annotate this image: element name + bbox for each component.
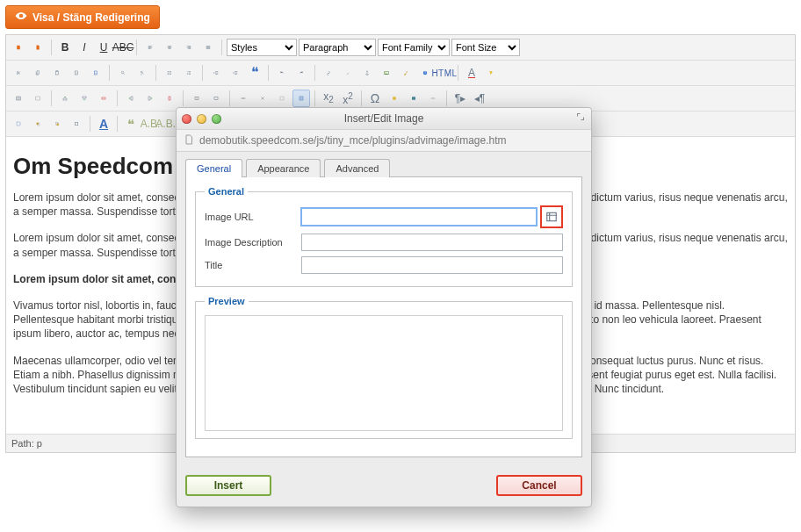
row-after-button[interactable] [76,90,93,107]
cleanup-button[interactable] [397,64,415,82]
italic-button[interactable]: I [76,39,93,56]
rtl-button[interactable]: ◂¶ [471,90,488,107]
image-title-label: Title [205,260,301,270]
paste-word-button[interactable]: W [87,64,105,82]
image-desc-label: Image Description [205,237,301,248]
strike-button[interactable]: ABC [114,39,132,56]
cite-button[interactable]: ❝ [122,115,140,133]
tab-appearance[interactable]: Appearance [246,159,321,177]
font-family-select[interactable]: Font Family [378,39,450,56]
layer-button[interactable] [10,115,27,133]
anchor-button[interactable] [358,64,376,82]
svg-rect-0 [56,71,59,75]
svg-point-10 [168,74,169,75]
merge-cells-button[interactable] [207,90,225,107]
redo-button[interactable] [292,64,310,82]
style-props-button[interactable]: A [95,115,112,133]
undo-button[interactable] [273,64,291,82]
svg-point-15 [386,72,386,73]
paste-button[interactable] [48,64,66,82]
table-button[interactable] [10,90,27,107]
image-title-input[interactable] [301,256,563,274]
maximize-icon[interactable] [575,111,586,125]
indent-button[interactable] [227,64,244,82]
svg-text:W: W [95,72,97,74]
backcolor-button[interactable] [482,64,500,82]
cancel-button[interactable]: Cancel [496,475,582,496]
dialog-titlebar[interactable]: Insert/Edit Image [177,108,591,130]
remove-format-button[interactable] [254,90,271,107]
hr-button[interactable] [235,90,252,107]
svg-rect-31 [412,97,415,100]
browse-button[interactable] [540,205,563,228]
underline-button[interactable]: U [95,39,112,56]
tab-advanced[interactable]: Advanced [324,159,390,177]
number-list-button[interactable]: 123 [180,64,198,82]
preview-box [205,315,563,431]
paste-text-button[interactable]: T [68,64,85,82]
bold-button[interactable]: B [56,39,74,56]
svg-rect-24 [148,97,150,100]
link-button[interactable] [320,64,337,82]
image-url-label: Image URL [205,212,301,222]
svg-rect-32 [17,122,20,126]
blockquote-button[interactable]: ❝ [246,64,263,82]
char-map-button[interactable]: Ω [366,90,384,107]
svg-point-9 [168,73,169,74]
svg-point-6 [121,71,124,74]
advhr-button[interactable] [424,90,442,107]
dialog-url-bar: demobutik.speedcom.se/js/tiny_mce/plugin… [177,130,591,152]
toolbar-row-1: B I U ABC Styles Paragraph Font Family F… [6,35,795,61]
emotions-button[interactable] [386,90,403,107]
image-button[interactable] [378,64,395,82]
tab-general[interactable]: General [185,159,242,177]
save-icon[interactable] [10,39,27,56]
svg-point-8 [168,71,169,72]
layer-forward-button[interactable] [29,115,47,133]
image-desc-input[interactable] [301,234,563,251]
copy-button[interactable] [29,64,47,82]
styles-select[interactable]: Styles [227,39,297,56]
table-props-button[interactable] [29,90,47,107]
align-right-button[interactable] [180,39,198,56]
outdent-button[interactable] [207,64,225,82]
delete-col-button[interactable] [161,90,178,107]
insert-button[interactable]: Insert [185,475,271,496]
superscript-button[interactable]: x2 [339,90,357,107]
toggle-borders-button[interactable] [292,90,310,107]
svg-rect-35 [57,124,60,126]
bullet-list-button[interactable] [161,64,178,82]
col-before-button[interactable] [122,90,140,107]
row-before-button[interactable] [56,90,74,107]
image-url-input[interactable] [301,208,537,226]
align-center-button[interactable] [161,39,178,56]
toggle-edit-button[interactable]: Visa / Stäng Redigering [5,5,160,29]
forecolor-button[interactable]: A [463,64,480,82]
col-after-button[interactable] [141,90,159,107]
align-left-button[interactable] [141,39,159,56]
fieldset-general-legend: General [205,186,248,197]
cut-button[interactable] [10,64,27,82]
align-justify-button[interactable] [199,39,217,56]
ltr-button[interactable]: ¶▸ [451,90,469,107]
abs-layer-button[interactable] [68,115,85,133]
media-button[interactable] [405,90,422,107]
svg-rect-33 [37,123,40,126]
replace-button[interactable] [134,64,151,82]
font-size-select[interactable]: Font Size [451,39,520,56]
new-doc-icon[interactable] [29,39,47,56]
unlink-button[interactable] [339,64,357,82]
split-cells-button[interactable] [188,90,206,107]
format-select[interactable]: Paragraph [299,39,376,56]
svg-rect-28 [280,97,284,100]
visual-aid-button[interactable] [273,90,291,107]
svg-point-30 [393,97,396,100]
svg-rect-39 [547,212,557,220]
layer-back-button[interactable] [48,115,66,133]
subscript-button[interactable]: x2 [320,90,337,107]
find-button[interactable] [114,64,132,82]
dialog-panel: General Image URL Image Description Ti [185,176,582,457]
code-button[interactable]: HTML [436,64,453,82]
delete-row-button[interactable] [95,90,112,107]
dialog-tabs: General Appearance Advanced [185,159,582,177]
